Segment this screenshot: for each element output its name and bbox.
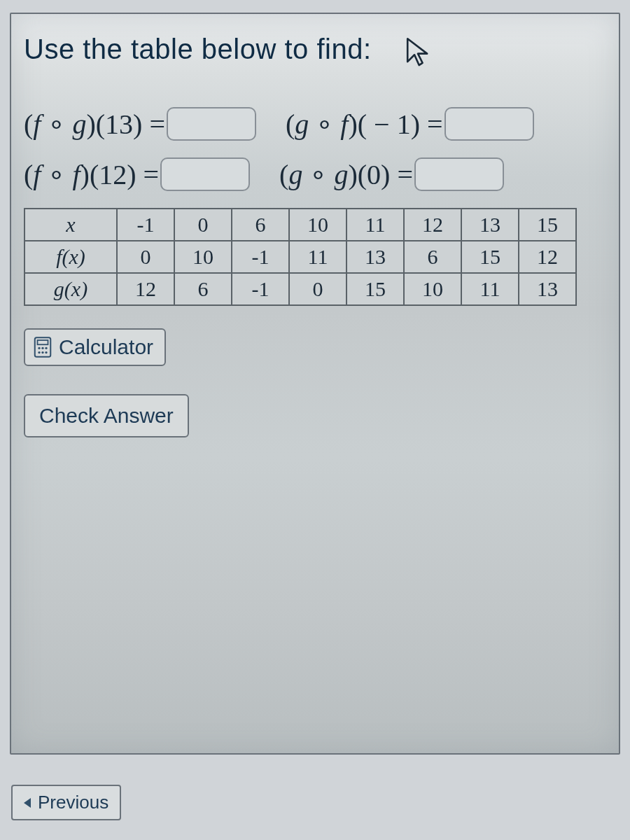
svg-point-2 [38,347,40,349]
composition-questions: (f ∘ g)(13) = (g ∘ f)( − 1) = (f ∘ f)(12… [24,107,606,191]
previous-label: Previous [38,792,108,813]
table-cell: 10 [404,273,461,305]
table-cell: 11 [461,273,519,305]
table-cell: 11 [289,241,346,273]
label-fof-12: (f ∘ f)(12) = [24,158,159,191]
row-label-gx: g(x) [24,273,117,305]
check-answer-label: Check Answer [39,404,174,427]
chevron-left-icon [24,798,31,808]
table-cell: 10 [289,209,346,241]
answer-input-gog-0[interactable] [414,158,504,191]
table-cell: 15 [461,241,519,273]
question-panel: Use the table below to find: (f ∘ g)(13)… [10,13,620,755]
label-gof-neg1: (g ∘ f)( − 1) = [286,108,443,141]
answer-input-fog-13[interactable] [167,107,256,141]
table-cell: 0 [117,241,174,273]
previous-button[interactable]: Previous [11,785,121,820]
table-cell: 12 [404,209,461,241]
row-label-fx: f(x) [24,241,117,273]
label-fog-13: (f ∘ g)(13) = [24,108,165,141]
table-cell: 0 [174,209,232,241]
answer-input-fof-12[interactable] [160,158,250,191]
table-cell: 0 [289,273,346,305]
svg-point-7 [45,351,47,354]
question-row-2: (f ∘ f)(12) = (g ∘ g)(0) = [24,158,606,191]
check-answer-button[interactable]: Check Answer [24,394,189,438]
table-cell: -1 [117,209,174,241]
label-gog-0: (g ∘ g)(0) = [279,158,413,191]
table-cell: 13 [346,241,404,273]
table-cell: 13 [461,209,519,241]
cursor-icon [403,36,433,71]
page-title: Use the table below to find: [24,34,606,65]
function-table: x -1 0 6 10 11 12 13 15 f(x) 0 10 -1 11 … [24,208,577,306]
table-cell: -1 [232,241,289,273]
table-row: g(x) 12 6 -1 0 15 10 11 13 [24,273,576,305]
table-cell: 6 [404,241,461,273]
calculator-label: Calculator [59,335,153,359]
table-cell: 15 [519,209,576,241]
svg-point-4 [45,347,47,349]
svg-point-5 [38,351,40,354]
table-cell: 6 [174,273,232,305]
svg-point-6 [41,351,43,354]
table-cell: 15 [346,273,404,305]
calculator-icon [34,337,52,358]
calculator-button[interactable]: Calculator [24,328,166,366]
table-row: x -1 0 6 10 11 12 13 15 [24,209,576,241]
tool-row: Calculator [24,328,606,366]
table-cell: 13 [519,273,576,305]
answer-input-gof-neg1[interactable] [444,107,534,141]
table-row: f(x) 0 10 -1 11 13 6 15 12 [24,241,576,273]
table-cell: 12 [117,273,174,305]
table-cell: -1 [232,273,289,305]
table-cell: 12 [519,241,576,273]
row-label-x: x [24,209,117,241]
svg-rect-1 [38,340,48,344]
question-row-1: (f ∘ g)(13) = (g ∘ f)( − 1) = [24,107,606,141]
table-cell: 6 [232,209,289,241]
table-cell: 10 [174,241,232,273]
table-cell: 11 [346,209,404,241]
svg-point-3 [41,347,43,349]
